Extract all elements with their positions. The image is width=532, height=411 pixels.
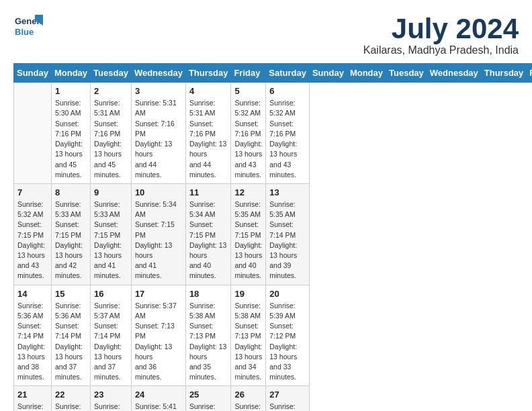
day-info: Sunrise: 5:38 AMSunset: 7:13 PMDaylight:… bbox=[189, 301, 228, 383]
day-number: 2 bbox=[94, 86, 128, 96]
day-info: Sunrise: 5:41 AMSunset: 7:11 PMDaylight:… bbox=[135, 402, 182, 411]
day-number: 21 bbox=[17, 390, 48, 400]
day-info: Sunrise: 5:42 AMSunset: 7:09 PMDaylight:… bbox=[269, 402, 306, 411]
day-number: 24 bbox=[135, 390, 182, 400]
day-number: 4 bbox=[189, 86, 228, 96]
calendar-cell: 20Sunrise: 5:39 AMSunset: 7:12 PMDayligh… bbox=[266, 285, 310, 386]
day-number: 1 bbox=[55, 86, 87, 96]
calendar-cell: 10Sunrise: 5:34 AMSunset: 7:15 PMDayligh… bbox=[131, 183, 185, 285]
calendar-cell: 17Sunrise: 5:37 AMSunset: 7:13 PMDayligh… bbox=[131, 285, 185, 386]
calendar-cell: 3Sunrise: 5:31 AMSunset: 7:16 PMDaylight… bbox=[131, 83, 185, 184]
calendar-cell: 26Sunrise: 5:42 AMSunset: 7:10 PMDayligh… bbox=[231, 386, 266, 411]
day-info: Sunrise: 5:30 AMSunset: 7:16 PMDaylight:… bbox=[55, 98, 87, 180]
week-row-3: 14Sunrise: 5:36 AMSunset: 7:14 PMDayligh… bbox=[14, 285, 533, 386]
col-header-monday: Monday bbox=[347, 64, 386, 83]
calendar-cell: 27Sunrise: 5:42 AMSunset: 7:09 PMDayligh… bbox=[266, 386, 310, 411]
day-info: Sunrise: 5:31 AMSunset: 7:16 PMDaylight:… bbox=[94, 98, 128, 180]
calendar-cell: 23Sunrise: 5:40 AMSunset: 7:11 PMDayligh… bbox=[91, 386, 132, 411]
day-number: 12 bbox=[234, 187, 262, 197]
col-header-sunday: Sunday bbox=[309, 64, 347, 83]
day-number: 14 bbox=[17, 289, 48, 299]
day-info: Sunrise: 5:35 AMSunset: 7:14 PMDaylight:… bbox=[269, 199, 306, 281]
svg-text:Blue: Blue bbox=[15, 27, 34, 37]
calendar-cell: 21Sunrise: 5:39 AMSunset: 7:12 PMDayligh… bbox=[14, 386, 52, 411]
day-number: 13 bbox=[269, 187, 306, 197]
location: Kailaras, Madhya Pradesh, India bbox=[363, 44, 519, 56]
header-row: SundayMondayTuesdayWednesdayThursdayFrid… bbox=[14, 64, 533, 83]
day-info: Sunrise: 5:34 AMSunset: 7:15 PMDaylight:… bbox=[189, 199, 228, 281]
col-header-tuesday: Tuesday bbox=[386, 64, 427, 83]
day-info: Sunrise: 5:40 AMSunset: 7:11 PMDaylight:… bbox=[94, 402, 128, 411]
day-number: 27 bbox=[269, 390, 306, 400]
day-info: Sunrise: 5:37 AMSunset: 7:13 PMDaylight:… bbox=[135, 301, 182, 383]
day-number: 16 bbox=[94, 289, 128, 299]
logo: General Blue bbox=[13, 13, 43, 43]
col-header-wednesday: Wednesday bbox=[131, 64, 185, 83]
col-header-sunday: Sunday bbox=[14, 64, 52, 83]
day-info: Sunrise: 5:41 AMSunset: 7:10 PMDaylight:… bbox=[189, 402, 228, 411]
day-number: 3 bbox=[135, 86, 182, 96]
day-number: 7 bbox=[17, 187, 48, 197]
day-info: Sunrise: 5:31 AMSunset: 7:16 PMDaylight:… bbox=[135, 98, 182, 180]
calendar-cell: 11Sunrise: 5:34 AMSunset: 7:15 PMDayligh… bbox=[185, 183, 231, 285]
title-section: July 2024 Kailaras, Madhya Pradesh, Indi… bbox=[363, 13, 519, 56]
calendar-cell: 2Sunrise: 5:31 AMSunset: 7:16 PMDaylight… bbox=[91, 83, 132, 184]
day-number: 22 bbox=[55, 390, 87, 400]
day-number: 19 bbox=[234, 289, 262, 299]
day-number: 5 bbox=[234, 86, 262, 96]
col-header-wednesday: Wednesday bbox=[427, 64, 481, 83]
week-row-2: 7Sunrise: 5:32 AMSunset: 7:15 PMDaylight… bbox=[14, 183, 533, 285]
page-header: General Blue July 2024 Kailaras, Madhya … bbox=[13, 13, 519, 56]
calendar-table: SundayMondayTuesdayWednesdayThursdayFrid… bbox=[13, 63, 532, 411]
col-header-friday: Friday bbox=[231, 64, 266, 83]
day-number: 11 bbox=[189, 187, 228, 197]
day-number: 8 bbox=[55, 187, 87, 197]
day-info: Sunrise: 5:39 AMSunset: 7:12 PMDaylight:… bbox=[269, 301, 306, 383]
calendar-cell: 15Sunrise: 5:36 AMSunset: 7:14 PMDayligh… bbox=[51, 285, 90, 386]
calendar-cell: 12Sunrise: 5:35 AMSunset: 7:15 PMDayligh… bbox=[231, 183, 266, 285]
calendar-cell: 22Sunrise: 5:40 AMSunset: 7:12 PMDayligh… bbox=[51, 386, 90, 411]
calendar-cell: 5Sunrise: 5:32 AMSunset: 7:16 PMDaylight… bbox=[231, 83, 266, 184]
calendar-cell: 8Sunrise: 5:33 AMSunset: 7:15 PMDaylight… bbox=[51, 183, 90, 285]
calendar-cell: 19Sunrise: 5:38 AMSunset: 7:13 PMDayligh… bbox=[231, 285, 266, 386]
calendar-cell: 24Sunrise: 5:41 AMSunset: 7:11 PMDayligh… bbox=[131, 386, 185, 411]
day-info: Sunrise: 5:40 AMSunset: 7:12 PMDaylight:… bbox=[55, 402, 87, 411]
month-title: July 2024 bbox=[363, 13, 519, 44]
day-info: Sunrise: 5:33 AMSunset: 7:15 PMDaylight:… bbox=[94, 199, 128, 281]
week-row-1: 1Sunrise: 5:30 AMSunset: 7:16 PMDaylight… bbox=[14, 83, 533, 184]
col-header-monday: Monday bbox=[51, 64, 90, 83]
calendar-cell bbox=[14, 83, 52, 184]
calendar-cell: 9Sunrise: 5:33 AMSunset: 7:15 PMDaylight… bbox=[91, 183, 132, 285]
day-info: Sunrise: 5:31 AMSunset: 7:16 PMDaylight:… bbox=[189, 98, 228, 180]
day-number: 20 bbox=[269, 289, 306, 299]
calendar-cell: 6Sunrise: 5:32 AMSunset: 7:16 PMDaylight… bbox=[266, 83, 310, 184]
day-number: 9 bbox=[94, 187, 128, 197]
day-info: Sunrise: 5:35 AMSunset: 7:15 PMDaylight:… bbox=[234, 199, 262, 281]
calendar-cell: 4Sunrise: 5:31 AMSunset: 7:16 PMDaylight… bbox=[185, 83, 231, 184]
calendar-cell: 16Sunrise: 5:37 AMSunset: 7:14 PMDayligh… bbox=[91, 285, 132, 386]
day-number: 18 bbox=[189, 289, 228, 299]
day-number: 10 bbox=[135, 187, 182, 197]
day-info: Sunrise: 5:36 AMSunset: 7:14 PMDaylight:… bbox=[17, 301, 48, 383]
day-number: 15 bbox=[55, 289, 87, 299]
day-info: Sunrise: 5:42 AMSunset: 7:10 PMDaylight:… bbox=[234, 402, 262, 411]
calendar-cell: 13Sunrise: 5:35 AMSunset: 7:14 PMDayligh… bbox=[266, 183, 310, 285]
col-header-thursday: Thursday bbox=[185, 64, 231, 83]
day-info: Sunrise: 5:39 AMSunset: 7:12 PMDaylight:… bbox=[17, 402, 48, 411]
calendar-cell: 18Sunrise: 5:38 AMSunset: 7:13 PMDayligh… bbox=[185, 285, 231, 386]
col-header-saturday: Saturday bbox=[266, 64, 310, 83]
day-number: 25 bbox=[189, 390, 228, 400]
week-row-4: 21Sunrise: 5:39 AMSunset: 7:12 PMDayligh… bbox=[14, 386, 533, 411]
col-header-thursday: Thursday bbox=[481, 64, 527, 83]
day-info: Sunrise: 5:37 AMSunset: 7:14 PMDaylight:… bbox=[94, 301, 128, 383]
day-number: 17 bbox=[135, 289, 182, 299]
calendar-cell: 1Sunrise: 5:30 AMSunset: 7:16 PMDaylight… bbox=[51, 83, 90, 184]
day-info: Sunrise: 5:34 AMSunset: 7:15 PMDaylight:… bbox=[135, 199, 182, 281]
day-number: 26 bbox=[234, 390, 262, 400]
logo-svg: General Blue bbox=[13, 13, 43, 43]
day-info: Sunrise: 5:33 AMSunset: 7:15 PMDaylight:… bbox=[55, 199, 87, 281]
calendar-cell: 14Sunrise: 5:36 AMSunset: 7:14 PMDayligh… bbox=[14, 285, 52, 386]
calendar-cell: 7Sunrise: 5:32 AMSunset: 7:15 PMDaylight… bbox=[14, 183, 52, 285]
calendar-cell: 25Sunrise: 5:41 AMSunset: 7:10 PMDayligh… bbox=[185, 386, 231, 411]
day-info: Sunrise: 5:32 AMSunset: 7:15 PMDaylight:… bbox=[17, 199, 48, 281]
